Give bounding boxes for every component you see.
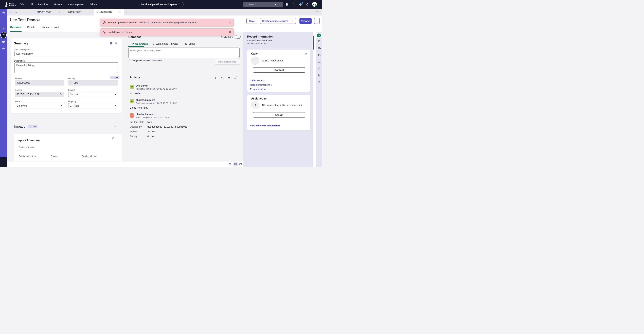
nav-menu-all[interactable]: All [30,0,34,9]
tab-details[interactable]: Details [27,26,35,29]
activity-author: charles.baumert [136,99,154,101]
compose-tab-work-notes[interactable]: Work notes (Private) [152,43,178,45]
globe-icon[interactable] [285,3,288,6]
contact-button[interactable]: Contact [253,67,305,73]
priority-field: 4 - Low [68,80,118,86]
field-change-value: New [147,121,152,123]
save-button[interactable]: Save [246,18,257,24]
search-dropdown-caret[interactable]: ▼ [273,4,278,6]
rail-notifications-icon[interactable] [318,40,321,43]
recent-incidents-link[interactable]: Recent incidents› [250,88,269,91]
chat-icon[interactable] [292,3,296,6]
sort-icon[interactable] [228,76,230,79]
sidebar-schedule-icon[interactable] [2,26,6,30]
alert-close-icon[interactable]: ✕ [229,21,231,25]
compose-tab-email[interactable]: Email [185,43,195,45]
help-icon[interactable] [299,3,302,6]
rail-email-plus-icon[interactable] [318,80,321,84]
list-view-icon[interactable] [229,163,232,166]
collapse-chevron-icon[interactable] [114,125,117,128]
notifications-bell-icon[interactable] [306,3,309,6]
tab-overflow-icon[interactable]: ··· [316,10,320,13]
rail-activity-active[interactable] [315,33,322,38]
presence-status-dot [315,5,317,7]
tab-inc0010062[interactable]: INC0010062 [37,9,51,16]
stacked-view-toggle[interactable] [235,36,241,39]
compose-tab-comments[interactable]: Comments [132,43,148,45]
not-assigned-text: This Incident has not been assigned yet [262,104,302,106]
calendar-icon[interactable] [60,93,62,96]
env-badge: DEV [20,3,24,6]
urgency-select[interactable]: 1 - High▼ [68,103,118,108]
alert-close-icon[interactable]: ✕ [229,31,231,34]
workspace-tab-bar: List INC0010062 × INC0010008 × INC001001… [7,9,322,16]
delta-utilities-logo[interactable] [4,2,8,7]
short-description-input[interactable] [14,51,118,56]
tab-close-icon[interactable]: × [58,11,60,14]
last-updated-by: Last updated by Lee Barker [247,39,272,42]
rail-support-headset-icon[interactable] [318,53,321,57]
tab-inc0010013-active[interactable]: INC0010013 × [94,9,124,16]
resize-handle[interactable]: ⟋ [238,56,238,58]
global-search[interactable]: ▼ [243,2,283,7]
user-avatar[interactable]: CB [312,2,317,7]
impact-summary-title: Impact Summary [17,139,40,142]
header-more-button[interactable]: ··· [314,18,320,24]
nav-menu-admin[interactable]: Admin [90,0,97,9]
view-additional-collaborators-link[interactable]: View additional collaborators [250,124,280,127]
tab-inc0010008[interactable]: INC0010008 [68,9,81,16]
number-field: INC0010013 [15,80,64,86]
chevron-right-icon: › [265,79,266,82]
state-select[interactable]: Canceled▼ [15,103,64,108]
nav-menu-favorites[interactable]: Favorites [38,0,48,9]
rail-attachments-icon[interactable] [318,67,321,70]
rail-document-icon[interactable] [318,74,321,77]
create-change-request-caret[interactable]: ▼ [290,18,296,24]
recent-interactions-link[interactable]: Recent interactions› [250,84,272,86]
info-icon[interactable] [304,53,307,55]
active-tab-underline [10,31,22,32]
chevron-down-icon: ▼ [115,93,116,95]
new-tab-plus-icon[interactable]: + [126,10,128,14]
caller-assets-link[interactable]: Caller assets› [250,79,266,82]
description-textarea[interactable]: Demo For Friday [14,63,118,73]
single-pane-view-icon[interactable] [239,163,242,166]
tab-overview[interactable]: Overview [10,26,21,29]
sidebar-lists-icon-active[interactable] [0,32,7,38]
resolve-button[interactable]: Resolve [300,18,312,24]
panel-scrollbar-thumb[interactable] [314,36,314,50]
search-input[interactable] [248,3,273,6]
tab-related-records[interactable]: Related records [42,26,60,29]
assignee-avatar [251,101,259,109]
sidebar-users-icon[interactable] [2,40,6,44]
lock-icon [152,43,155,45]
favorite-star-icon[interactable]: ☆ [178,3,180,6]
sidebar-activity-icon[interactable] [2,47,6,50]
post-comments-button[interactable]: Post Comments [215,59,240,65]
tab-close-icon[interactable]: × [89,11,90,14]
resize-handle[interactable]: ⟋ [116,71,118,73]
comment-input[interactable] [128,47,240,58]
create-change-request-button[interactable]: Create change request [260,18,290,24]
edit-pencil-icon[interactable] [112,137,114,139]
nav-menu-workspaces[interactable]: Workspaces [67,0,84,9]
rail-learning-icon[interactable] [318,47,321,50]
close-summary-icon[interactable]: × [115,41,117,45]
sidebar-home-icon[interactable] [2,11,6,14]
tab-list[interactable]: List [10,9,17,16]
rail-meeting-icon[interactable] [317,60,321,64]
nav-menu-history[interactable]: History [54,0,62,9]
tab-close-icon[interactable]: × [119,11,120,13]
stacked-view-label: Stacked view [221,36,234,38]
tag-icon[interactable] [38,19,40,22]
expand-icon[interactable] [234,76,237,79]
impact-select[interactable]: 3 - Low▼ [68,92,118,97]
urgency-label: Urgency [68,100,76,103]
split-view-icon-active[interactable] [233,162,238,166]
save-record-icon[interactable] [110,42,113,45]
assign-button[interactable]: Assign [253,112,305,118]
activity-search-icon[interactable] [221,76,224,79]
impact-section-header: Impact 3 - Low [14,125,122,129]
filter-icon[interactable] [214,76,217,79]
workspace-pill[interactable]: Service Operations Workspace ☆ [138,2,184,7]
